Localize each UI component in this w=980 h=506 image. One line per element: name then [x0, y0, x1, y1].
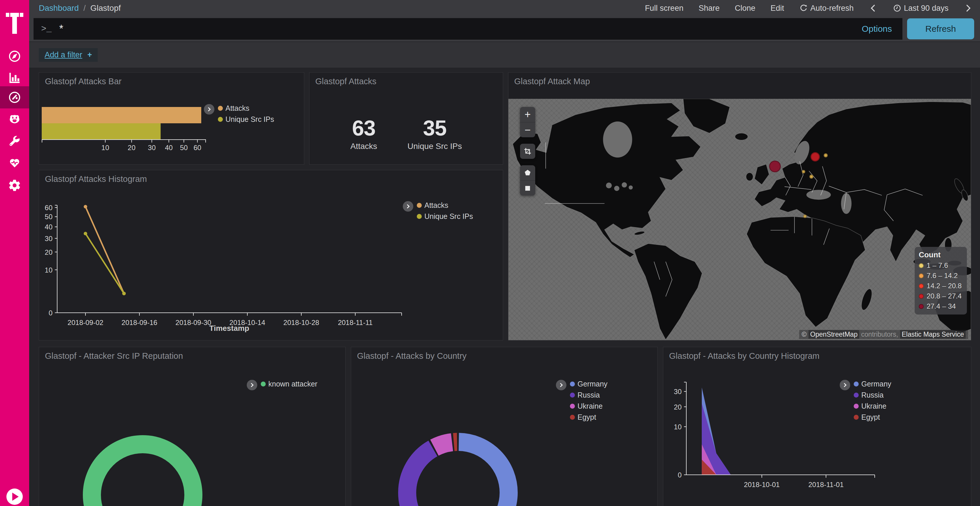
legend-color-dot [570, 415, 575, 420]
glastopf-dashboard: Dashboard / Glastopf Full screen Share C… [0, 0, 980, 506]
sidebar-item-dev-tools[interactable] [0, 130, 29, 152]
bar-Attacks[interactable] [42, 107, 201, 123]
search-input[interactable]: >_ * Options [33, 18, 902, 40]
breadcrumb-dashboard-link[interactable]: Dashboard [39, 3, 79, 13]
legend-item[interactable]: Egypt [570, 413, 608, 422]
axis-label: 2018-09-16 [122, 319, 158, 327]
axis-label: 2018-11-01 [808, 481, 844, 489]
draw-polygon-button[interactable] [520, 165, 535, 181]
line-Unique Src IPs[interactable] [86, 233, 124, 293]
sidebar-item-visualize[interactable] [0, 67, 29, 89]
legend-toggle-button[interactable] [204, 104, 215, 114]
line-Attacks[interactable] [86, 207, 124, 293]
attack-location-dot[interactable] [824, 153, 828, 157]
legend-range-label: 20.8 – 27.4 [927, 292, 962, 300]
point-Unique Src IPs-0[interactable] [84, 232, 87, 235]
legend-item[interactable]: Unique Src IPs [218, 115, 274, 124]
axis-label: 40 [45, 223, 52, 231]
bar-Unique Src IPs[interactable] [42, 123, 161, 140]
legend-color-dot [570, 382, 575, 387]
legend-toggle-button[interactable] [840, 380, 850, 390]
legend-toggle-button[interactable] [556, 380, 566, 390]
map-canvas[interactable]: + − [508, 99, 971, 340]
legend-toggle-button[interactable] [247, 380, 257, 390]
point-Unique Src IPs-1[interactable] [122, 292, 126, 295]
reputation-donut-chart [39, 347, 345, 506]
legend-item[interactable]: Russia [854, 391, 891, 399]
edit-button[interactable]: Edit [771, 4, 784, 13]
legend-item: 7.6 – 14.2 [919, 272, 962, 280]
legend-item[interactable]: Ukraine [854, 402, 891, 411]
panel-attacks-by-country: Glastopf - Attacks by Country Germany Ru… [351, 347, 658, 506]
axis-label: 60 [45, 204, 52, 212]
attack-location-dot[interactable] [802, 170, 805, 173]
legend-item[interactable]: known attacker [261, 380, 317, 388]
map-count-legend: Count 1 – 7.6 7.6 – 14.2 14.2 – 20.8 [915, 247, 967, 314]
legend-color-dot [261, 382, 266, 387]
sidebar-item-monitoring[interactable] [0, 152, 29, 174]
time-picker-button[interactable]: Last 90 days [893, 4, 948, 13]
chevron-right-icon [558, 382, 565, 388]
attack-location-dot[interactable] [803, 214, 807, 218]
attacks-histogram-chart: 01020304050602018-09-022018-09-162018-09… [39, 170, 503, 340]
sidebar-item-discover[interactable] [0, 45, 29, 67]
sidebar-expand-button[interactable] [6, 489, 23, 505]
metric-label: Unique Src IPs [407, 142, 462, 151]
draw-rectangle-button[interactable] [520, 181, 535, 195]
axis-label: 20 [674, 403, 682, 411]
query-bar: >_ * Options Refresh [29, 16, 980, 41]
point-Attacks-0[interactable] [84, 205, 87, 208]
panel-title: Glastopf - Attacks by Country Histogram [669, 351, 819, 361]
legend-label: Attacks [425, 201, 448, 209]
openstreetmap-link[interactable]: OpenStreetMap [808, 330, 859, 339]
sidebar-item-bear[interactable] [0, 108, 29, 130]
legend-item[interactable]: Egypt [854, 413, 891, 422]
metric-value: 63 [350, 116, 377, 141]
panel-title: Glastopf Attack Map [514, 77, 590, 86]
telekom-logo[interactable] [6, 6, 23, 34]
full-screen-button[interactable]: Full screen [645, 4, 683, 13]
zoom-out-button[interactable]: − [520, 122, 535, 137]
panel-title: Glastopf Attacks [315, 77, 377, 86]
legend-range-label: 14.2 – 20.8 [927, 282, 962, 290]
breadcrumb-current-page: Glastopf [91, 3, 121, 13]
clone-button[interactable]: Clone [735, 4, 756, 13]
time-back-button[interactable] [869, 4, 878, 13]
auto-refresh-button[interactable]: Auto-refresh [799, 4, 854, 13]
slice-known attacker[interactable] [92, 444, 193, 506]
elastic-maps-service-link[interactable]: Elastic Maps Service [900, 330, 966, 339]
axis-label: 30 [45, 235, 52, 243]
legend-item[interactable]: Attacks [218, 104, 274, 113]
breadcrumb-separator: / [83, 3, 86, 13]
axis-label: 40 [165, 144, 173, 152]
chevron-right-icon [964, 4, 972, 13]
legend-label: Germany [578, 380, 608, 388]
legend-toggle-button[interactable] [403, 201, 413, 212]
refresh-button[interactable]: Refresh [907, 18, 974, 40]
fit-bounds-button[interactable] [520, 144, 535, 159]
zoom-in-button[interactable]: + [520, 107, 535, 122]
attack-location-dot[interactable] [810, 174, 813, 179]
legend-item[interactable]: Germany [854, 380, 891, 388]
options-link[interactable]: Options [862, 24, 892, 34]
time-forward-button[interactable] [964, 4, 972, 13]
legend-range-label: 27.4 – 34 [927, 302, 956, 311]
legend-item[interactable]: Attacks [417, 201, 473, 209]
sidebar-item-management[interactable] [0, 174, 29, 197]
gear-icon [8, 179, 21, 192]
legend-item[interactable]: Russia [570, 391, 608, 399]
attack-location-dot[interactable] [769, 160, 781, 172]
legend-item[interactable]: Unique Src IPs [417, 212, 473, 220]
add-filter-button[interactable]: Add a filter + [39, 48, 98, 62]
legend-item[interactable]: Germany [570, 380, 608, 388]
share-button[interactable]: Share [698, 4, 719, 13]
legend-item[interactable]: Ukraine [570, 402, 608, 411]
legend-item: 1 – 7.6 [919, 262, 962, 270]
crop-icon [523, 147, 532, 155]
attack-location-dot[interactable] [811, 152, 820, 162]
sidebar-item-dashboard[interactable] [0, 86, 29, 108]
world-map [508, 99, 971, 340]
axis-label: 2018-11-11 [338, 319, 372, 327]
legend-label: Egypt [861, 413, 880, 422]
filter-bar: Add a filter + [29, 41, 980, 68]
